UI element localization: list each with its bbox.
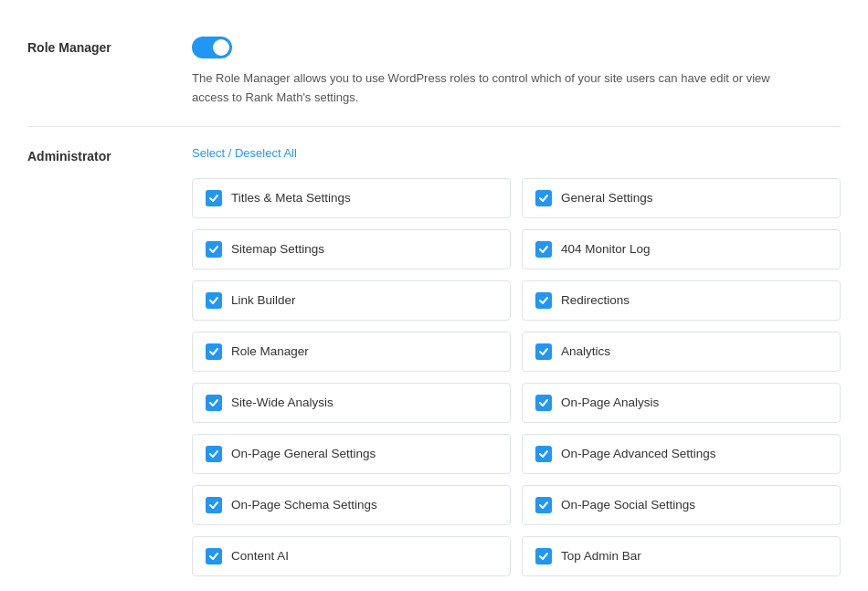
checkbox-box-redirections bbox=[535, 292, 552, 309]
checkbox-item-titles-meta[interactable]: Titles & Meta Settings bbox=[192, 178, 511, 218]
checkbox-box-general-settings bbox=[535, 190, 552, 206]
administrator-label: Administrator bbox=[27, 145, 192, 164]
checkbox-box-analytics bbox=[535, 343, 552, 360]
checkbox-item-on-page-analysis[interactable]: On-Page Analysis bbox=[522, 383, 841, 423]
role-manager-content: The Role Manager allows you to use WordP… bbox=[192, 37, 841, 108]
administrator-title: Administrator bbox=[27, 149, 111, 164]
checkbox-label-monitor-log: 404 Monitor Log bbox=[561, 242, 651, 256]
checkbox-item-on-page-social[interactable]: On-Page Social Settings bbox=[522, 485, 841, 525]
checkbox-box-on-page-schema bbox=[206, 497, 222, 513]
checkbox-item-link-builder[interactable]: Link Builder bbox=[192, 280, 511, 321]
checkbox-box-top-admin-bar bbox=[535, 548, 552, 565]
toggle-container bbox=[192, 37, 841, 58]
checkbox-item-on-page-advanced[interactable]: On-Page Advanced Settings bbox=[522, 434, 841, 474]
checkbox-label-content-ai: Content AI bbox=[231, 549, 289, 563]
checkbox-label-top-admin-bar: Top Admin Bar bbox=[561, 549, 641, 563]
checkbox-item-site-wide-analysis[interactable]: Site-Wide Analysis bbox=[192, 383, 511, 423]
checkbox-box-titles-meta bbox=[206, 190, 222, 206]
checkbox-label-redirections: Redirections bbox=[561, 293, 630, 307]
checkbox-label-general-settings: General Settings bbox=[561, 191, 653, 205]
role-manager-description: The Role Manager allows you to use WordP… bbox=[192, 69, 795, 108]
checkbox-label-role-manager: Role Manager bbox=[231, 344, 309, 358]
checkbox-item-analytics[interactable]: Analytics bbox=[522, 332, 841, 372]
checkbox-item-redirections[interactable]: Redirections bbox=[522, 280, 841, 321]
checkbox-label-titles-meta: Titles & Meta Settings bbox=[231, 191, 351, 205]
checkbox-box-on-page-general bbox=[206, 446, 222, 462]
role-manager-label: Role Manager bbox=[27, 37, 192, 55]
checkbox-box-link-builder bbox=[206, 292, 222, 309]
checkbox-label-on-page-advanced: On-Page Advanced Settings bbox=[561, 447, 716, 460]
administrator-content: Select / Deselect All Titles & Meta Sett… bbox=[192, 145, 841, 576]
checkbox-label-link-builder: Link Builder bbox=[231, 293, 296, 307]
checkbox-label-on-page-analysis: On-Page Analysis bbox=[561, 396, 659, 409]
checkbox-item-content-ai[interactable]: Content AI bbox=[192, 536, 511, 576]
checkbox-box-content-ai bbox=[206, 548, 222, 565]
checkboxes-grid: Titles & Meta Settings General Settings … bbox=[192, 178, 841, 576]
checkbox-box-site-wide-analysis bbox=[206, 395, 222, 411]
administrator-row: Administrator Select / Deselect All Titl… bbox=[27, 126, 841, 591]
checkbox-box-monitor-log bbox=[535, 241, 552, 258]
select-deselect-link[interactable]: Select / Deselect All bbox=[192, 146, 297, 160]
role-manager-title: Role Manager bbox=[27, 40, 111, 55]
checkbox-label-on-page-general: On-Page General Settings bbox=[231, 447, 376, 460]
checkbox-label-on-page-schema: On-Page Schema Settings bbox=[231, 498, 377, 512]
checkbox-item-top-admin-bar[interactable]: Top Admin Bar bbox=[522, 536, 841, 576]
checkbox-box-on-page-analysis bbox=[535, 395, 552, 411]
checkbox-item-monitor-log[interactable]: 404 Monitor Log bbox=[522, 229, 841, 269]
checkbox-label-site-wide-analysis: Site-Wide Analysis bbox=[231, 396, 333, 409]
checkbox-item-on-page-schema[interactable]: On-Page Schema Settings bbox=[192, 485, 511, 525]
checkbox-label-sitemap-settings: Sitemap Settings bbox=[231, 242, 324, 256]
checkbox-label-analytics: Analytics bbox=[561, 344, 610, 358]
role-manager-toggle[interactable] bbox=[192, 37, 232, 58]
checkbox-box-sitemap-settings bbox=[206, 241, 222, 258]
checkbox-box-role-manager bbox=[206, 343, 222, 360]
checkbox-item-sitemap-settings[interactable]: Sitemap Settings bbox=[192, 229, 511, 269]
checkbox-box-on-page-advanced bbox=[535, 446, 552, 462]
checkbox-item-role-manager[interactable]: Role Manager bbox=[192, 332, 511, 372]
checkbox-box-on-page-social bbox=[535, 497, 552, 513]
checkbox-label-on-page-social: On-Page Social Settings bbox=[561, 498, 695, 512]
role-manager-row: Role Manager The Role Manager allows you… bbox=[27, 18, 841, 126]
checkbox-item-general-settings[interactable]: General Settings bbox=[522, 178, 841, 218]
checkbox-item-on-page-general[interactable]: On-Page General Settings bbox=[192, 434, 511, 474]
